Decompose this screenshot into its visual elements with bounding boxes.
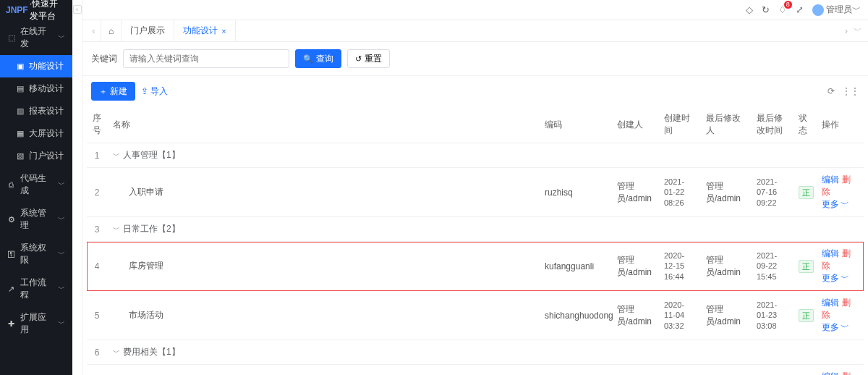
sidebar-item-label: 系统管理 bbox=[20, 207, 54, 232]
tabs-right: › ﹀ bbox=[845, 20, 868, 41]
menu-icon: ▤ bbox=[16, 84, 25, 93]
tab[interactable]: 门户展示 bbox=[122, 20, 174, 41]
plus-icon: ＋ bbox=[99, 86, 107, 97]
cell-ops: 编辑删除更多 ﹀ bbox=[816, 168, 864, 217]
cell-ctime: 2020-12-15 16:44 bbox=[658, 242, 700, 291]
user-menu[interactable]: 管理员﹀ bbox=[812, 4, 861, 16]
sidebar-menu: ⬚在线开发﹀▣功能设计▤移动设计▥报表设计▦大屏设计▧门户设计⎙代码生成﹀⚙系统… bbox=[0, 20, 72, 375]
more-link[interactable]: 更多 ﹀ bbox=[822, 272, 849, 285]
upload-icon: ⇪ bbox=[141, 86, 148, 96]
logo: JNPF ·快速开发平台 bbox=[0, 0, 72, 20]
data-table: 序号 名称 编码 创建人 创建时间 最后修改人 最后修改时间 状态 操作 1﹀ … bbox=[87, 106, 864, 375]
tab-home[interactable]: ⌂ bbox=[101, 20, 122, 41]
chevron-down-icon[interactable]: ﹀ bbox=[113, 151, 120, 161]
menu-icon: ▦ bbox=[16, 129, 25, 138]
settings-icon[interactable]: ⋮⋮ bbox=[842, 86, 859, 96]
table-row[interactable]: 1﹀ 人事管理【1】 bbox=[87, 143, 864, 168]
sidebar-collapse-button[interactable]: ‹ bbox=[73, 5, 82, 14]
col-creator: 创建人 bbox=[611, 106, 658, 143]
cell-seq: 4 bbox=[87, 242, 107, 291]
sidebar-item[interactable]: ↗工作流程﹀ bbox=[0, 271, 72, 306]
cell-status: 正 bbox=[793, 168, 816, 217]
edit-link[interactable]: 编辑 bbox=[822, 248, 839, 258]
chevron-down-icon: ﹀ bbox=[841, 198, 849, 211]
cell-etime: 2021-07-16 09:22 bbox=[751, 168, 793, 217]
col-seq: 序号 bbox=[87, 106, 107, 143]
sidebar-subitem[interactable]: ▧门户设计 bbox=[0, 145, 72, 167]
cell-ctime: 2020-11-04 03:32 bbox=[658, 291, 700, 340]
table-row[interactable]: 4库房管理kufangguanli管理员/admin2020-12-15 16:… bbox=[87, 242, 864, 291]
sidebar-item-label: 工作流程 bbox=[20, 277, 54, 301]
cell-etime: 2021-08-06 15:42 bbox=[751, 365, 793, 376]
table-row[interactable]: 3﹀ 日常工作【2】 bbox=[87, 217, 864, 242]
tabs-prev-button[interactable]: ‹ bbox=[87, 20, 101, 41]
chevron-down-icon[interactable]: ﹀ bbox=[113, 224, 120, 235]
user-name: 管理员 bbox=[826, 4, 852, 14]
cell-group-name: ﹀ 人事管理【1】 bbox=[107, 143, 864, 168]
tabs: ‹ ⌂ 门户展示功能设计× › ﹀ bbox=[82, 20, 868, 42]
table-row[interactable]: 6﹀ 费用相关【1】 bbox=[87, 340, 864, 365]
fullscreen-icon[interactable]: ⤢ bbox=[796, 4, 804, 15]
col-name: 名称 bbox=[107, 106, 539, 143]
tabs-next-button[interactable]: › bbox=[845, 26, 848, 36]
cell-creator: 管理员/admin bbox=[611, 242, 658, 291]
sidebar-item-label: 在线开发 bbox=[20, 25, 54, 50]
col-ops: 操作 bbox=[816, 106, 864, 143]
sidebar-subitem[interactable]: ▦大屏设计 bbox=[0, 122, 72, 145]
tab-label: 功能设计 bbox=[183, 25, 218, 37]
notification-badge: 8 bbox=[784, 1, 792, 9]
import-button[interactable]: ⇪导入 bbox=[141, 85, 168, 98]
new-button[interactable]: ＋新建 bbox=[91, 82, 135, 101]
cell-etime: 2021-01-23 03:08 bbox=[751, 291, 793, 340]
sidebar-item[interactable]: ⚙系统管理﹀ bbox=[0, 202, 72, 237]
bell-icon[interactable]: ♢8 bbox=[778, 4, 787, 15]
cell-editor: 蒲凡白/101002 bbox=[700, 365, 751, 376]
more-link[interactable]: 更多 ﹀ bbox=[822, 321, 849, 334]
sidebar-item[interactable]: ⚿系统权限﹀ bbox=[0, 237, 72, 271]
sidebar-item[interactable]: ⬚在线开发﹀ bbox=[0, 20, 72, 55]
search-input[interactable] bbox=[123, 49, 289, 68]
table-row[interactable]: 5市场活动shichanghuodong管理员/admin2020-11-04 … bbox=[87, 291, 864, 340]
refresh-table-icon[interactable]: ⟳ bbox=[827, 86, 835, 96]
refresh-icon[interactable]: ↻ bbox=[762, 4, 770, 15]
edit-link[interactable]: 编辑 bbox=[822, 298, 839, 308]
edit-link[interactable]: 编辑 bbox=[822, 174, 839, 185]
table-row[interactable]: 2入职申请ruzhisq管理员/admin2021-01-22 08:26管理员… bbox=[87, 168, 864, 217]
row-ops: 编辑删除更多 ﹀ bbox=[822, 248, 851, 283]
edit-link[interactable]: 编辑 bbox=[822, 371, 839, 375]
cell-group-name: ﹀ 日常工作【2】 bbox=[107, 217, 864, 242]
chevron-down-icon[interactable]: ﹀ bbox=[113, 347, 120, 358]
cell-status: 正 bbox=[793, 242, 816, 291]
table-row[interactable]: 7应收费用testreceivable管理员/admin2020-12-03 1… bbox=[87, 365, 864, 376]
action-bar: ＋新建 ⇪导入 ⟳ ⋮⋮ bbox=[82, 76, 868, 106]
tab[interactable]: 功能设计× bbox=[174, 20, 235, 41]
cell-seq: 2 bbox=[87, 168, 107, 217]
sidebar-subitem[interactable]: ▣功能设计 bbox=[0, 55, 72, 77]
cell-seq: 6 bbox=[87, 340, 107, 365]
sidebar-item-label: 报表设计 bbox=[29, 105, 64, 117]
row-ops: 编辑删除更多 ﹀ bbox=[822, 298, 851, 332]
chevron-down-icon: ﹀ bbox=[58, 319, 65, 329]
reset-button[interactable]: ↺重置 bbox=[347, 49, 390, 68]
sidebar-item[interactable]: ✚扩展应用﹀ bbox=[0, 306, 72, 341]
sidebar-subitem[interactable]: ▥报表设计 bbox=[0, 100, 72, 122]
sidebar-item[interactable]: ⎙代码生成﹀ bbox=[0, 167, 72, 202]
cell-editor: 管理员/admin bbox=[700, 291, 751, 340]
sidebar-subitem[interactable]: ▤移动设计 bbox=[0, 77, 72, 100]
chat-icon[interactable]: ◇ bbox=[746, 4, 753, 15]
more-link[interactable]: 更多 ﹀ bbox=[822, 198, 849, 211]
menu-icon: ↗ bbox=[7, 285, 16, 294]
avatar bbox=[812, 4, 824, 16]
menu-icon: ⬚ bbox=[7, 33, 16, 43]
close-icon[interactable]: × bbox=[221, 27, 226, 35]
cell-name: 入职申请 bbox=[107, 168, 539, 217]
sidebar: JNPF ·快速开发平台 ⬚在线开发﹀▣功能设计▤移动设计▥报表设计▦大屏设计▧… bbox=[0, 0, 72, 375]
home-icon: ⌂ bbox=[109, 26, 114, 36]
status-badge: 正 bbox=[799, 260, 814, 273]
query-button[interactable]: 🔍查询 bbox=[295, 49, 341, 68]
search-label: 关键词 bbox=[91, 53, 117, 65]
cell-editor: 管理员/admin bbox=[700, 168, 751, 217]
cell-ops: 编辑删除更多 ﹀ bbox=[816, 242, 864, 291]
table-header-row: 序号 名称 编码 创建人 创建时间 最后修改人 最后修改时间 状态 操作 bbox=[87, 106, 864, 143]
tabs-menu-button[interactable]: ﹀ bbox=[854, 25, 862, 37]
